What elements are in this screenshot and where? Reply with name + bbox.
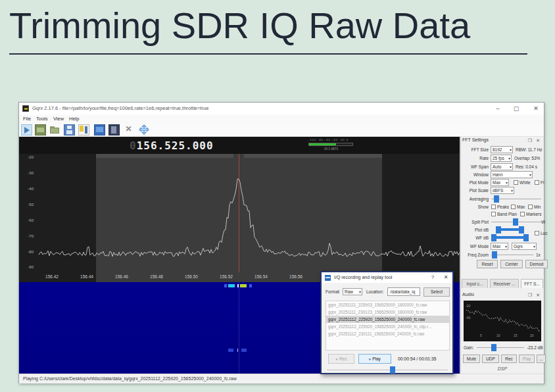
wf-span-label: WF Span — [461, 164, 489, 169]
file-item-selected[interactable]: gqrx_20251112_225920_156525000_240000_fc… — [326, 316, 449, 323]
audio-rec-button[interactable]: Rec — [501, 355, 517, 363]
audio-title: Audio — [462, 292, 474, 297]
wf-db-min-handle[interactable] — [491, 234, 496, 241]
menu-file[interactable]: File — [23, 116, 31, 122]
tab-input-controls[interactable]: Input c... — [462, 279, 488, 288]
menu-tools[interactable]: Tools — [36, 116, 48, 122]
tab-receiver[interactable]: Receiver ... — [490, 279, 519, 288]
bookmarks-icon[interactable] — [78, 124, 89, 135]
rec-button[interactable]: ● Rec — [328, 354, 354, 364]
remote-control-icon[interactable] — [109, 124, 120, 135]
waterfall-signal-mark — [228, 284, 235, 287]
plot-mode-select[interactable]: Max — [491, 179, 509, 186]
averaging-slider[interactable] — [494, 195, 499, 203]
close-panel-icon[interactable]: ✕ — [536, 138, 540, 143]
band-plan-checkbox[interactable] — [491, 212, 496, 216]
x-tick: 156.46 — [112, 274, 132, 279]
recording-file-list[interactable]: gqrx_20251111_225903_156525000_1800000_f… — [326, 301, 450, 351]
wf-theme-select[interactable]: Gqrx — [512, 243, 537, 250]
spectrum-plot[interactable]: -20 -30 -40 -50 -60 -70 -80 -90 156.42 1… — [19, 154, 460, 282]
location-input[interactable]: :/data/data_iq — [387, 287, 420, 296]
min-checkbox[interactable] — [528, 205, 533, 209]
format-select[interactable]: Raw — [343, 288, 362, 295]
float-panel-icon[interactable]: ❐ — [528, 138, 532, 143]
wf-mode-label: WF Mode — [461, 244, 489, 249]
white-checkbox[interactable] — [514, 180, 518, 185]
waterfall-signal-mark — [240, 284, 247, 287]
center-button[interactable]: Center — [500, 260, 523, 268]
udp-button[interactable]: UDP — [482, 355, 499, 363]
minimize-button[interactable]: – — [494, 105, 502, 112]
fft-size-select[interactable]: 8192 — [491, 146, 513, 153]
float-panel-icon[interactable]: ❐ — [528, 293, 532, 298]
open-folder-icon[interactable] — [49, 124, 60, 135]
mute-button[interactable]: Mute — [463, 355, 480, 363]
file-item[interactable]: gqrx_20251111_230123_156525000_1800000_f… — [326, 308, 449, 316]
location-label: Location: — [366, 289, 383, 294]
window-fn-select[interactable]: Hann — [491, 171, 533, 178]
start-dsp-button[interactable] — [21, 124, 32, 135]
iq-recorder-icon[interactable] — [94, 124, 105, 135]
plot-db-row: Plot dB Loc — [461, 226, 544, 234]
reset-button[interactable]: Reset — [477, 260, 498, 268]
rate-select[interactable]: 25 fps — [491, 155, 512, 162]
dialog-help-button[interactable]: ? — [429, 274, 437, 282]
max-label: Max — [517, 205, 525, 209]
demod-button[interactable]: Demod — [525, 260, 548, 268]
status-bar: Playing C:/Users/clark/Desktop/vhfdsc/da… — [19, 374, 544, 383]
plot-db-max-handle[interactable] — [519, 226, 524, 233]
white-label: White — [519, 180, 531, 185]
plot-db-min-handle[interactable] — [496, 226, 501, 233]
wf-db-max-handle[interactable] — [523, 234, 529, 241]
fill-checkbox[interactable] — [535, 180, 539, 185]
format-label: Format: — [326, 289, 340, 294]
fft-size-label: FFT Size — [461, 147, 489, 152]
dsp-label: DSP — [461, 366, 544, 371]
freq-zoom-row: Freq Zoom 1x — [461, 251, 544, 259]
wf-mode-select[interactable]: Max — [491, 243, 508, 250]
meter-bar — [308, 143, 353, 146]
rbw-value: RBW: 11.7 Hz — [516, 147, 543, 152]
save-icon[interactable] — [64, 124, 75, 135]
averaging-row: Averaging — [461, 195, 544, 203]
freq-zoom-slider[interactable] — [492, 251, 497, 258]
seek-slider[interactable] — [390, 366, 395, 374]
peaks-checkbox[interactable] — [491, 205, 496, 209]
wf-span-select[interactable]: Auto — [491, 163, 513, 170]
wf-db-row: WF dB — [461, 234, 544, 242]
tab-fft-settings[interactable]: FFT S... — [521, 279, 543, 288]
waterfall-center-line — [239, 282, 239, 374]
file-item[interactable]: gqrx_20251112_230111_156525000_240000_fc… — [326, 330, 449, 337]
menu-help[interactable]: Help — [69, 116, 79, 122]
audio-buttons-row: Mute UDP Rec Play ... — [461, 355, 544, 364]
plot-scale-select[interactable]: dBFS — [491, 187, 514, 194]
menu-view[interactable]: View — [53, 116, 64, 122]
close-panel-icon[interactable]: ✕ — [536, 293, 540, 298]
waterfall-signal-mark — [237, 284, 239, 287]
waterfall-signal-mark — [249, 284, 252, 287]
fullscreen-move-icon[interactable] — [139, 124, 150, 135]
max-checkbox[interactable] — [511, 205, 516, 209]
play-button[interactable]: ▸ Play — [358, 354, 391, 364]
overlap-value: Overlap: 53% — [514, 156, 540, 160]
audio-header: Audio ❐ ✕ — [462, 292, 543, 300]
maximize-button[interactable]: ▢ — [512, 105, 520, 112]
file-item[interactable]: gqrx_20251111_225903_156525000_1800000_f… — [326, 301, 449, 308]
window-row: Window Hann — [461, 171, 544, 179]
close-button[interactable]: ✕ — [532, 105, 540, 112]
audio-more-button[interactable]: ... — [537, 355, 546, 363]
tools-icon[interactable]: ✕ — [123, 124, 134, 135]
select-button[interactable]: Select — [423, 287, 450, 297]
frequency-header: 0156.525.000 -100 -80 -60 -40 -20 0 -38.… — [19, 137, 460, 154]
markers-checkbox[interactable] — [520, 212, 525, 216]
window-titlebar: Gqrx 2.17.6 - file=/path/to/your/file,fr… — [19, 103, 544, 114]
frequency-lcd-icon[interactable] — [35, 124, 46, 135]
gain-slider[interactable] — [491, 344, 496, 351]
dialog-close-button[interactable]: ✕ — [442, 274, 450, 282]
split-plot-slider[interactable] — [513, 218, 518, 226]
audio-trace — [464, 301, 541, 341]
file-item[interactable]: gqrx_20251112_225920_156525000_240000_fc… — [326, 323, 449, 330]
audio-play-button[interactable]: Play — [519, 355, 535, 363]
frequency-display[interactable]: 0156.525.000 — [130, 139, 214, 152]
band-plan-label: Band Plan — [497, 212, 517, 216]
